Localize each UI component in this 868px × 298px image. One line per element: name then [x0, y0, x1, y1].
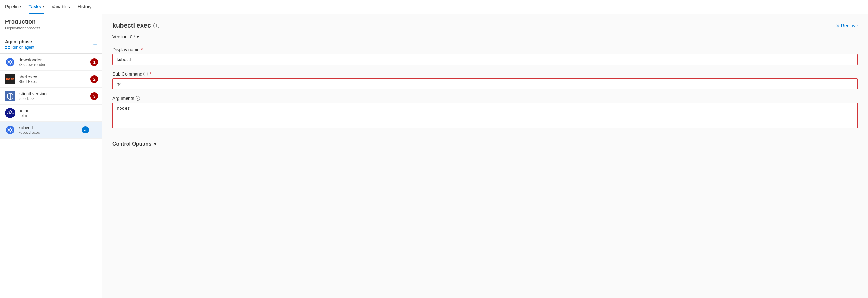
production-more-button[interactable]: ···: [90, 19, 97, 25]
task-title-info-icon[interactable]: i: [153, 23, 159, 28]
run-on-agent-icon: [5, 47, 10, 49]
version-label: Version: [113, 34, 127, 39]
production-title: Production: [5, 19, 40, 25]
task-detail-title: kubectl exec: [113, 22, 151, 29]
control-options-label: Control Options: [113, 141, 152, 147]
version-row: Version 0.* ▾: [113, 34, 858, 39]
task-icon-istioctl: [5, 91, 16, 101]
version-value: 0.*: [130, 34, 135, 39]
task-info-shellexec: shellexec Shell Exec: [19, 74, 89, 84]
step-badge-1: 1: [90, 58, 98, 66]
remove-label: Remove: [841, 23, 858, 28]
task-icon-helm: HELM: [5, 108, 16, 118]
svg-point-1: [9, 61, 11, 63]
arguments-info-icon[interactable]: i: [135, 96, 140, 101]
task-name-helm: helm: [19, 108, 97, 113]
agent-phase-info: Agent phase Run on agent: [5, 39, 34, 50]
task-item-downloader[interactable]: downloader k8s downloader 1: [0, 54, 102, 71]
task-item-kubectl[interactable]: kubectl kubectl exec ✓ ⋮: [0, 121, 102, 139]
task-info-istioctl: istioctl version Istio Task: [19, 91, 89, 101]
tasks-dropdown-arrow: ▾: [42, 5, 44, 8]
task-name-kubectl: kubectl: [19, 125, 82, 130]
task-icon-downloader: [5, 57, 16, 67]
right-panel: kubectl exec i ✕ Remove Version 0.* ▾ Di…: [102, 14, 868, 298]
production-info: Production Deployment process: [5, 19, 40, 30]
control-options-arrow: ▾: [154, 141, 156, 146]
version-dropdown-arrow: ▾: [137, 34, 139, 39]
display-name-field-group: Display name *: [113, 47, 858, 65]
task-info-kubectl: kubectl kubectl exec: [19, 125, 82, 135]
nav-variables[interactable]: Variables: [52, 0, 70, 14]
task-list: downloader k8s downloader 1 bash shellex…: [0, 54, 102, 298]
svg-point-13: [9, 129, 11, 131]
agent-phase-subtitle: Run on agent: [5, 45, 34, 50]
task-icon-shellexec: bash: [5, 74, 16, 84]
task-detail-title-group: kubectl exec i: [113, 22, 159, 29]
remove-x-icon: ✕: [836, 23, 840, 28]
task-name-istioctl: istioctl version: [19, 91, 89, 96]
sub-command-input[interactable]: [113, 78, 858, 89]
version-select[interactable]: 0.* ▾: [130, 34, 139, 39]
nav-tasks[interactable]: Tasks ▾: [29, 0, 44, 14]
task-info-downloader: downloader k8s downloader: [19, 57, 89, 67]
task-item-shellexec[interactable]: bash shellexec Shell Exec 2: [0, 71, 102, 88]
arguments-input[interactable]: nodes: [113, 103, 858, 128]
production-subtitle: Deployment process: [5, 26, 40, 30]
sub-command-label: Sub Command i *: [113, 72, 858, 77]
step-badge-2: 2: [90, 75, 98, 83]
run-on-agent-text: Run on agent: [11, 45, 34, 50]
nav-history[interactable]: History: [78, 0, 92, 14]
sub-command-info-icon[interactable]: i: [144, 72, 148, 76]
task-name-shellexec: shellexec: [19, 74, 89, 79]
production-header: Production Deployment process ···: [0, 14, 102, 35]
task-desc-shellexec: Shell Exec: [19, 79, 89, 84]
task-icon-kubectl: [5, 125, 16, 135]
sub-command-required: *: [149, 72, 151, 77]
task-name-downloader: downloader: [19, 57, 89, 62]
display-name-required: *: [141, 47, 143, 52]
left-panel: Production Deployment process ··· Agent …: [0, 14, 102, 298]
top-nav: Pipeline Tasks ▾ Variables History: [0, 0, 868, 14]
task-desc-istioctl: Istio Task: [19, 96, 89, 101]
task-desc-helm: helm: [19, 113, 97, 118]
arguments-field-group: Arguments i nodes: [113, 96, 858, 129]
task-info-helm: helm helm: [19, 108, 97, 118]
agent-phase-section: Agent phase Run on agent +: [0, 35, 102, 54]
display-name-label: Display name *: [113, 47, 858, 52]
sub-command-field-group: Sub Command i *: [113, 72, 858, 89]
task-item-istioctl[interactable]: istioctl version Istio Task 3: [0, 88, 102, 105]
task-desc-downloader: k8s downloader: [19, 62, 89, 67]
step-badge-3: 3: [90, 92, 98, 100]
kubectl-menu-button[interactable]: ⋮: [91, 127, 97, 133]
task-detail-header: kubectl exec i ✕ Remove: [113, 22, 858, 29]
kubectl-task-actions: ✓ ⋮: [82, 127, 97, 134]
task-desc-kubectl: kubectl exec: [19, 130, 82, 135]
agent-phase-title: Agent phase: [5, 39, 34, 44]
main-layout: Production Deployment process ··· Agent …: [0, 14, 868, 298]
display-name-input[interactable]: [113, 54, 858, 65]
add-task-button[interactable]: +: [93, 41, 97, 48]
arguments-label: Arguments i: [113, 96, 858, 101]
remove-button[interactable]: ✕ Remove: [836, 23, 858, 28]
task-item-helm[interactable]: HELM helm helm: [0, 105, 102, 121]
control-options-section[interactable]: Control Options ▾: [113, 136, 858, 147]
nav-pipeline[interactable]: Pipeline: [5, 0, 21, 14]
kubectl-check-icon: ✓: [82, 127, 89, 134]
